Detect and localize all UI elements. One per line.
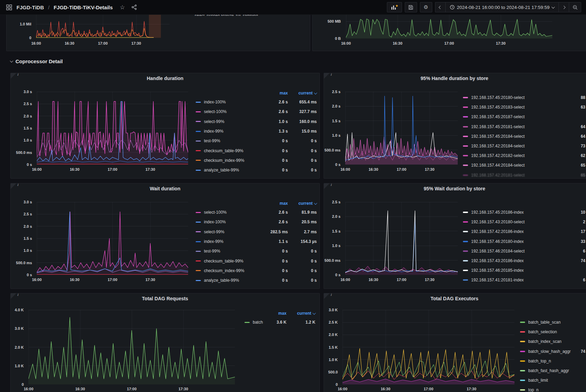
legend-item[interactable]: test-99%0 s0 s [196,246,317,256]
legend-value: 6 [583,278,585,282]
time-shift-forward-button[interactable] [558,2,569,12]
legend-sort-current[interactable]: current [288,201,317,206]
legend-max-value: 0 s [266,138,288,143]
legend-item[interactable]: 192.168.157.42:20186-index17 [463,227,585,236]
legend-item[interactable]: batch_limit [520,376,585,385]
legend-item[interactable]: 192.168.157.43:20186-index74 [463,256,585,266]
legend-item[interactable]: batch_table_scan [520,317,585,327]
panel-title[interactable]: Wait duration [11,186,319,191]
legend-item[interactable]: 192.168.157.42:20181-select65 [463,170,585,179]
legend-item[interactable]: index-99%1.3 s15.0 ms [196,126,317,136]
panel-title[interactable]: Handle duration [11,76,319,81]
legend-max-value: 0 s [266,249,288,254]
legend-item[interactable]: 192.168.157.45:20183-select63 [463,102,585,112]
handle-duration-chart[interactable] [37,92,188,165]
dashboards-grid-icon[interactable] [5,3,13,11]
legend-sort-current-label: current [299,201,313,206]
x-axis-label: 17:30 [425,278,434,282]
legend-sort-current[interactable]: current [288,91,317,96]
legend-item[interactable]: select-99%282.5 ms2.7 ms [196,227,317,237]
legend-item[interactable]: select-99%1.0 s160.0 ms [196,117,317,126]
legend-item[interactable]: batch3.6 K1.2 K [245,317,315,327]
legend-item[interactable]: checksum_index-99%0 s0 s [196,266,317,276]
y-axis-label: 1.0 K [329,357,338,362]
legend-sort-max[interactable]: max [264,311,286,316]
legend-item[interactable]: select-100%2.6 s81.9 ms [196,208,317,217]
panel-title[interactable]: Total DAG Executors [324,296,585,301]
legend-item[interactable]: batch_slow_hash_aggr74 [520,347,585,356]
coprocessor-requests-chart[interactable] [36,14,170,38]
legend-item[interactable]: analyze_table-99%0 s0 s [196,276,317,285]
x-axis-label: 16:00 [338,387,347,391]
legend-item[interactable]: 192.168.157.43:20180-select2 [463,217,585,227]
legend-item[interactable]: 192.168.157.42:20182-select62 [463,151,585,160]
legend-item[interactable]: 192.168.157.46:20180-index33 [463,237,585,246]
save-dashboard-button[interactable] [405,2,417,12]
legend-item[interactable]: batch_selection [520,327,585,337]
total-dag-requests-chart[interactable] [29,310,235,384]
legend-series-name: index-100% [204,220,266,224]
legend-item[interactable]: 192.168.157.42:20184-select73 [463,141,585,151]
wait-duration-chart[interactable] [37,202,188,275]
section-coprocessor-detail[interactable]: Coprocessor Detail [10,58,63,64]
legend-item[interactable]: index-100%2.6 s655.4 ms [196,97,317,107]
legend-item[interactable]: 192.168.157.46:20185-index [463,266,585,275]
legend-sort-max[interactable]: max [266,201,288,206]
x-axis-label: 17:00 [108,167,117,171]
legend-current-value: 160.0 ms [288,119,317,124]
legend-item[interactable]: checksum_table-99%0 s0 s [196,146,317,155]
legend-item[interactable]: batch_fast_hash_aggr [520,366,585,376]
legend-item[interactable]: 192.168.157.45:20181-select64 [463,122,585,132]
total-dag-executors-chart[interactable] [343,310,514,384]
legend-item[interactable]: index-100%2.6 s20.5 ms [196,217,317,227]
legend-item[interactable]: 192.168.157.45:20186-index10 [463,208,585,217]
panel-title[interactable]: Total DAG Requests [11,296,319,301]
time-range-picker[interactable]: 2024-08-21 16:00:00 to 2024-08-21 17:59:… [445,2,558,12]
series-color-dash-icon [520,331,525,333]
legend-item[interactable]: checksum_index-99%0 s0 s [196,156,317,165]
legend-item[interactable]: 192.168.157.45:20180-select88 [463,93,585,102]
series-color-dash-icon [196,102,201,103]
legend-sort-current[interactable]: current [286,311,315,316]
share-icon[interactable] [130,3,138,11]
legend-item[interactable]: 192.168.157.45:20184-select64 [463,132,585,141]
legend-item[interactable]: analyze_table-99%0 s0 s [196,165,317,175]
y-axis-label: 500.0 ms [325,258,340,263]
series-color-dash-icon [463,241,468,242]
series-color-dash-icon [463,136,468,137]
legend-item[interactable]: select-100%2.6 s327.7 ms [196,107,317,116]
legend-item[interactable]: checksum_table-99%0 s0 s [196,256,317,266]
panel-title[interactable]: 95% Handle duration by store [324,76,585,81]
breadcrumb-page-title[interactable]: FJGD-TiDB-TiKV-Details [54,4,113,10]
legend-item[interactable]: top_n [520,385,585,392]
time-shift-back-button[interactable] [435,2,445,12]
legend-item[interactable]: batch_top_n [520,356,585,366]
legend-value: 74 [581,258,585,263]
legend-item[interactable]: 192.168.157.41:20181-index6 [463,275,585,285]
coprocessor-bytes-chart[interactable] [346,14,552,38]
legend-current-value: 81.9 ms [288,210,317,215]
legend-max-value: 1.1 s [266,239,288,244]
series-color-dash-icon [196,131,201,132]
star-icon[interactable]: ☆ [118,3,127,11]
legend-item[interactable]: 192.168.157.45:20187-select [463,112,585,122]
y-axis-label: 3.0 K [15,326,24,331]
legend-item[interactable]: 192.168.157.44:20184-select65 [463,160,585,170]
handle-by-store-chart[interactable] [345,92,458,165]
series-color-dash-icon [196,270,201,271]
zoom-out-time-button[interactable] [569,2,581,12]
legend-item[interactable]: test-99%0 s0 s [196,136,317,146]
wait-by-store-chart[interactable] [345,202,458,275]
series-color-dash-icon [463,175,468,176]
legend-item[interactable]: 192.168.157.46:20184-select6 [463,246,585,256]
legend-value: 6 [583,249,585,254]
x-axis-label: 16:30 [393,41,402,45]
legend-max-value: 3.6 K [264,320,286,325]
legend-item[interactable]: batch_index_scan [520,337,585,346]
panel-title[interactable]: 95% Wait duration by store [324,186,585,191]
breadcrumb-dashboard-folder[interactable]: FJGD-TiDB [17,4,44,10]
add-panel-button[interactable] [387,2,402,12]
dashboard-settings-gear-icon[interactable]: ⚙ [420,2,432,12]
legend-sort-max[interactable]: max [266,91,288,96]
legend-item[interactable]: index-99%1.1 s154.3 µs [196,237,317,246]
